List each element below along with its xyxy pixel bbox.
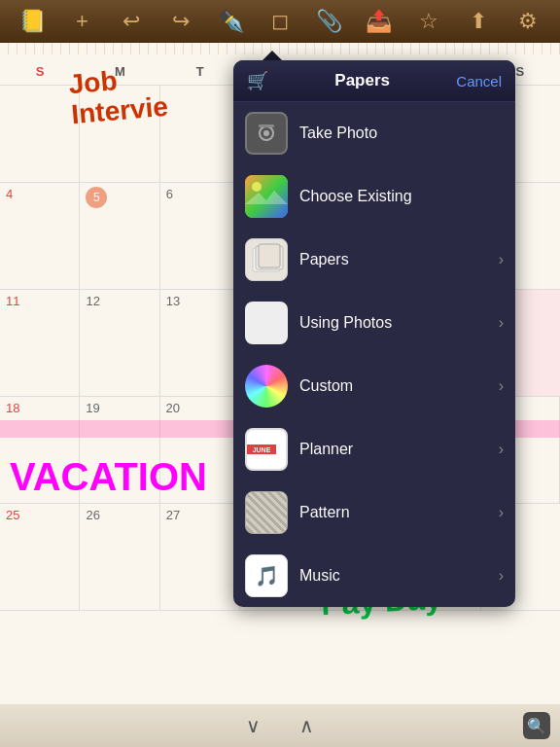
toolbar-notebook-icon[interactable]: 📒 bbox=[15, 4, 50, 39]
custom-chevron: › bbox=[499, 377, 504, 395]
using-photos-chevron: › bbox=[499, 314, 504, 332]
planner-item[interactable]: JUNE Planner › bbox=[233, 418, 515, 481]
svg-point-1 bbox=[263, 130, 269, 136]
dropdown-overlay: 🛒 Papers Cancel Take Photo bbox=[0, 43, 560, 747]
svg-point-5 bbox=[252, 182, 262, 192]
using-photos-item[interactable]: Using Photos › bbox=[233, 292, 515, 355]
papers-chevron: › bbox=[499, 251, 504, 268]
toolbar-eraser-icon[interactable]: ◻ bbox=[262, 4, 298, 39]
music-icon: 🎵 bbox=[245, 554, 288, 597]
toolbar-add-icon[interactable]: + bbox=[64, 4, 99, 39]
dropdown-header: 🛒 Papers Cancel bbox=[233, 60, 515, 102]
toolbar-export-icon[interactable]: 📤 bbox=[362, 4, 397, 39]
choose-existing-label: Choose Existing bbox=[299, 188, 504, 205]
pattern-item[interactable]: Pattern › bbox=[233, 481, 515, 545]
custom-item[interactable]: Custom › bbox=[233, 355, 515, 418]
music-label: Music bbox=[299, 567, 499, 585]
pattern-icon bbox=[245, 491, 288, 534]
music-chevron: › bbox=[499, 567, 504, 585]
dropdown-panel: 🛒 Papers Cancel Take Photo bbox=[233, 60, 515, 607]
dropdown-title: Papers bbox=[268, 71, 456, 90]
planner-chevron: › bbox=[499, 441, 504, 458]
using-photos-label: Using Photos bbox=[299, 314, 499, 332]
toolbar: 📒 + ↩ ↪ ✒️ ◻ 📎 📤 ☆ ⬆ ⚙ bbox=[0, 0, 560, 43]
planner-icon: JUNE bbox=[245, 428, 288, 471]
toolbar-clip-icon[interactable]: 📎 bbox=[312, 4, 347, 39]
toolbar-redo-icon[interactable]: ↪ bbox=[163, 4, 198, 39]
camera-icon bbox=[245, 112, 288, 155]
photo-icon bbox=[245, 175, 288, 218]
toolbar-undo-icon[interactable]: ↩ bbox=[114, 4, 149, 39]
toolbar-share-icon[interactable]: ⬆ bbox=[461, 4, 496, 39]
take-photo-label: Take Photo bbox=[299, 124, 504, 142]
papers-label: Papers bbox=[299, 251, 499, 268]
cancel-button[interactable]: Cancel bbox=[456, 73, 502, 89]
using-photos-icon bbox=[245, 302, 288, 344]
papers-icon bbox=[245, 238, 288, 281]
pattern-label: Pattern bbox=[299, 504, 499, 521]
music-item[interactable]: 🎵 Music › bbox=[233, 545, 515, 607]
toolbar-pen-icon[interactable]: ✒️ bbox=[213, 4, 248, 39]
choose-existing-item[interactable]: Choose Existing bbox=[233, 165, 515, 229]
take-photo-item[interactable]: Take Photo bbox=[233, 102, 515, 165]
svg-rect-8 bbox=[259, 244, 280, 267]
toolbar-star-icon[interactable]: ☆ bbox=[411, 4, 446, 39]
papers-item[interactable]: Papers › bbox=[233, 229, 515, 292]
svg-rect-2 bbox=[259, 124, 274, 127]
cart-icon: 🛒 bbox=[247, 70, 268, 91]
svg-rect-3 bbox=[245, 175, 288, 218]
custom-label: Custom bbox=[299, 377, 499, 395]
planner-label: Planner bbox=[299, 441, 499, 458]
custom-icon bbox=[245, 365, 288, 408]
pattern-chevron: › bbox=[499, 504, 504, 521]
toolbar-settings-icon[interactable]: ⚙ bbox=[510, 4, 545, 39]
